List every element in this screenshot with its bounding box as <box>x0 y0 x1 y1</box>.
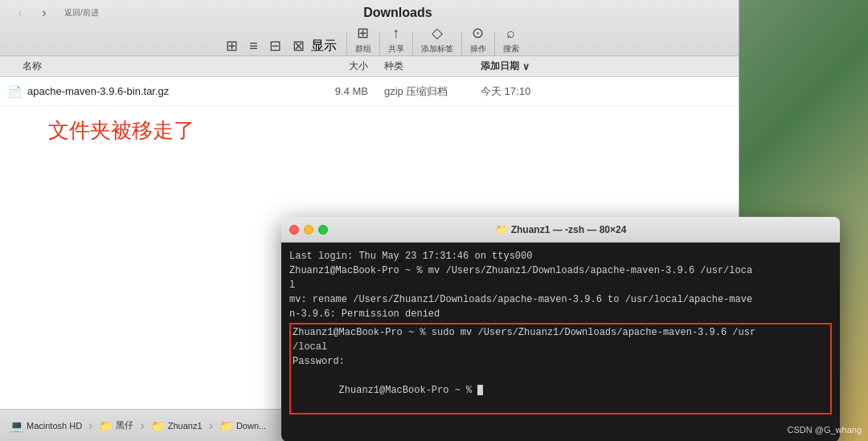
maximize-button[interactable] <box>318 225 328 235</box>
toolbar-icons: ⊞ ≡ ⊟ ⊠ 显示 ⊞ 群组 ↑ 共享 <box>0 21 739 61</box>
sort-arrow-icon: ∨ <box>522 61 530 72</box>
col-date-header[interactable]: 添加日期 ∨ <box>481 59 732 73</box>
tag-label: 添加标签 <box>421 43 453 55</box>
col-size-header[interactable]: 大小 <box>312 59 384 73</box>
finder-toolbar: ‹ › 返回/前进 Downloads ⊞ ≡ ⊟ ⊠ 显示 <box>0 0 739 56</box>
traffic-lights <box>289 225 328 235</box>
terminal-body[interactable]: Last login: Thu May 23 17:31:46 on ttys0… <box>281 243 840 441</box>
folder-zhuanz1-icon: 📁 <box>151 419 165 432</box>
terminal-cursor <box>477 385 483 395</box>
separator-3 <box>412 32 413 56</box>
terminal-folder-icon: 📁 <box>495 223 508 235</box>
bottom-item-user[interactable]: 📁 黑仔 <box>99 419 133 432</box>
term-line-2: Zhuanz1@MacBook-Pro ~ % mv /Users/Zhuanz… <box>289 263 832 278</box>
col-name-header[interactable]: 名称 <box>6 59 312 73</box>
annotation-text: 文件夹被移走了 <box>48 116 194 145</box>
file-size: 9.4 MB <box>312 85 384 97</box>
terminal-window: 📁 Zhuanz1 — -zsh — 80×24 Last login: Thu… <box>281 217 840 441</box>
bottom-item-downloads[interactable]: 📁 Down... <box>219 419 266 432</box>
file-date: 今天 17:10 <box>481 84 732 99</box>
tag-btn[interactable]: ◇ 添加标签 <box>416 22 458 56</box>
tag-icon: ◇ <box>432 24 443 42</box>
toolbar-top: ‹ › 返回/前进 Downloads <box>0 0 739 21</box>
term-highlighted-4: Zhuanz1@MacBook-Pro ~ % <box>293 369 829 412</box>
col-kind-header[interactable]: 种类 <box>384 59 481 73</box>
view-icon-btn[interactable]: ⊞ <box>221 35 243 56</box>
separator-5 <box>494 32 495 56</box>
file-name: apache-maven-3.9.6-bin.tar.gz <box>27 85 312 97</box>
file-kind: gzip 压缩归档 <box>384 84 481 99</box>
watermark: CSDN @G_whang <box>788 425 862 435</box>
term-line-5: n-3.9.6: Permission denied <box>289 307 832 321</box>
close-button[interactable] <box>289 225 299 235</box>
column-view-btn[interactable]: ⊟ <box>264 35 286 56</box>
user-label: 黑仔 <box>116 419 133 431</box>
term-highlighted-2: /local <box>293 340 829 354</box>
back-button[interactable]: ‹ <box>10 5 31 21</box>
highlighted-command-block: Zhuanz1@MacBook-Pro ~ % sudo mv /Users/Z… <box>289 323 832 414</box>
breadcrumb-arrow-1: › <box>88 419 92 433</box>
table-row[interactable]: 📄 apache-maven-3.9.6-bin.tar.gz 9.4 MB g… <box>0 77 739 106</box>
separator-2 <box>379 32 380 56</box>
separator-1 <box>346 32 347 56</box>
term-line-1: Last login: Thu May 23 17:31:46 on ttys0… <box>289 249 832 263</box>
search-label: 搜索 <box>503 43 519 55</box>
term-line-4: mv: rename /Users/Zhuanz1/Downloads/apac… <box>289 292 832 307</box>
group-label: 群组 <box>355 43 371 55</box>
list-icon: ≡ <box>249 38 258 55</box>
group-btn[interactable]: ⊞ 群组 <box>350 22 376 56</box>
macintosh-icon: 💻 <box>10 419 23 432</box>
column-icon: ⊟ <box>269 37 281 55</box>
breadcrumb-arrow-2: › <box>140 419 144 433</box>
term-highlighted-3: Password: <box>293 354 829 369</box>
terminal-titlebar: 📁 Zhuanz1 — -zsh — 80×24 <box>281 217 840 243</box>
folder-downloads-icon: 📁 <box>219 419 233 432</box>
grid-icon: ⊞ <box>226 37 238 55</box>
minimize-button[interactable] <box>304 225 313 235</box>
zhuanz1-label: Zhuanz1 <box>168 421 203 431</box>
bottom-item-zhuanz1[interactable]: 📁 Zhuanz1 <box>151 419 203 432</box>
forward-button[interactable]: › <box>34 5 55 21</box>
term-highlighted-1: Zhuanz1@MacBook-Pro ~ % sudo mv /Users/Z… <box>293 325 829 340</box>
column-headers: 名称 大小 种类 添加日期 ∨ <box>0 56 739 77</box>
list-view-btn[interactable]: ≡ <box>244 36 263 56</box>
separator-4 <box>461 32 462 56</box>
share-btn[interactable]: ↑ 共享 <box>383 23 409 56</box>
group-icon: ⊞ <box>357 24 369 42</box>
folder-user-icon: 📁 <box>99 419 113 432</box>
share-icon: ↑ <box>392 25 399 42</box>
nav-buttons: ‹ › <box>10 5 55 21</box>
window-title: Downloads <box>115 6 681 20</box>
view-label: 显示 <box>311 38 337 55</box>
action-btn[interactable]: ⊙ 操作 <box>465 22 491 56</box>
action-label: 操作 <box>470 43 486 55</box>
terminal-title: 📁 Zhuanz1 — -zsh — 80×24 <box>495 223 627 235</box>
action-icon: ⊙ <box>472 24 484 42</box>
search-btn[interactable]: ⌕ 搜索 <box>498 23 524 56</box>
gallery-icon: ⊠ <box>293 37 305 55</box>
term-line-3: l <box>289 278 832 292</box>
file-icon: 📄 <box>6 85 23 98</box>
breadcrumb-arrow-3: › <box>209 419 213 433</box>
gallery-view-btn[interactable]: ⊠ <box>288 35 309 56</box>
bottom-item-macintosh[interactable]: 💻 Macintosh HD <box>10 419 82 432</box>
view-buttons-group: ⊞ ≡ ⊟ ⊠ 显示 <box>221 35 337 56</box>
downloads-short-label: Down... <box>236 421 266 431</box>
nav-label: 返回/前进 <box>64 7 99 18</box>
share-label: 共享 <box>388 43 404 55</box>
search-icon: ⌕ <box>506 25 515 42</box>
macintosh-label: Macintosh HD <box>27 421 82 431</box>
